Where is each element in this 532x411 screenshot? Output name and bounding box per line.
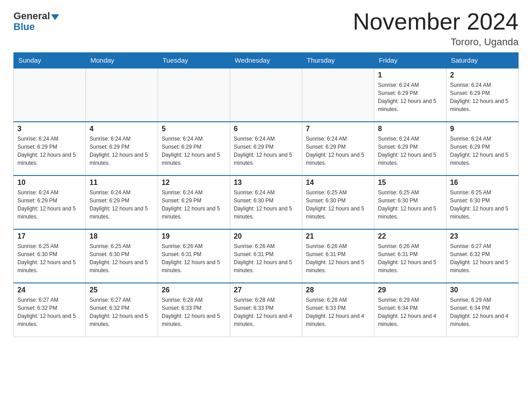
day-info: Sunrise: 6:26 AMSunset: 6:31 PMDaylight:… [378,242,442,274]
calendar-cell: 7Sunrise: 6:24 AMSunset: 6:29 PMDaylight… [302,122,374,176]
week-row-4: 17Sunrise: 6:25 AMSunset: 6:30 PMDayligh… [14,229,519,283]
day-info: Sunrise: 6:28 AMSunset: 6:33 PMDaylight:… [234,296,298,328]
day-number: 24 [17,286,82,294]
title-block: November 2024 Tororo, Uganda [353,9,519,48]
day-number: 11 [90,179,154,187]
calendar-cell: 19Sunrise: 6:26 AMSunset: 6:31 PMDayligh… [158,229,230,283]
day-number: 2 [450,71,515,79]
day-number: 3 [17,125,82,133]
day-info: Sunrise: 6:24 AMSunset: 6:29 PMDaylight:… [90,188,154,221]
day-info: Sunrise: 6:26 AMSunset: 6:31 PMDaylight:… [234,242,298,274]
day-number: 13 [234,179,298,187]
calendar-cell: 24Sunrise: 6:27 AMSunset: 6:32 PMDayligh… [14,283,86,337]
calendar-cell: 25Sunrise: 6:27 AMSunset: 6:32 PMDayligh… [86,283,158,337]
weekday-header-thursday: Thursday [302,53,374,68]
day-number: 14 [306,179,370,187]
day-info: Sunrise: 6:28 AMSunset: 6:33 PMDaylight:… [162,296,226,328]
calendar-cell: 29Sunrise: 6:29 AMSunset: 6:34 PMDayligh… [374,283,446,337]
day-info: Sunrise: 6:24 AMSunset: 6:29 PMDaylight:… [450,135,515,167]
logo-general: General [13,11,50,21]
calendar-cell: 13Sunrise: 6:24 AMSunset: 6:30 PMDayligh… [230,176,302,229]
location: Tororo, Uganda [353,36,519,48]
day-number: 19 [162,232,226,240]
day-number: 30 [450,286,515,294]
day-info: Sunrise: 6:26 AMSunset: 6:31 PMDaylight:… [306,242,370,274]
day-number: 1 [378,71,442,79]
day-info: Sunrise: 6:24 AMSunset: 6:29 PMDaylight:… [378,135,442,167]
calendar-cell: 11Sunrise: 6:24 AMSunset: 6:29 PMDayligh… [86,176,158,229]
day-info: Sunrise: 6:24 AMSunset: 6:29 PMDaylight:… [234,135,298,167]
calendar-cell: 30Sunrise: 6:29 AMSunset: 6:34 PMDayligh… [446,283,519,337]
day-number: 7 [306,125,370,133]
day-info: Sunrise: 6:25 AMSunset: 6:30 PMDaylight:… [90,242,154,274]
calendar-cell: 8Sunrise: 6:24 AMSunset: 6:29 PMDaylight… [374,122,446,176]
calendar-cell: 5Sunrise: 6:24 AMSunset: 6:29 PMDaylight… [158,122,230,176]
calendar-cell: 2Sunrise: 6:24 AMSunset: 6:29 PMDaylight… [446,68,519,122]
day-number: 28 [306,286,370,294]
day-number: 18 [90,232,154,240]
calendar-cell: 21Sunrise: 6:26 AMSunset: 6:31 PMDayligh… [302,229,374,283]
calendar-cell: 16Sunrise: 6:25 AMSunset: 6:30 PMDayligh… [446,176,519,229]
day-number: 8 [378,125,442,133]
day-info: Sunrise: 6:24 AMSunset: 6:29 PMDaylight:… [17,188,82,221]
day-info: Sunrise: 6:27 AMSunset: 6:32 PMDaylight:… [17,296,82,328]
calendar-cell: 17Sunrise: 6:25 AMSunset: 6:30 PMDayligh… [14,229,86,283]
logo-blue: Blue [13,21,35,32]
day-info: Sunrise: 6:25 AMSunset: 6:30 PMDaylight:… [378,188,442,221]
day-number: 10 [17,179,82,187]
day-number: 20 [234,232,298,240]
weekday-header-wednesday: Wednesday [230,53,302,68]
day-info: Sunrise: 6:27 AMSunset: 6:32 PMDaylight:… [90,296,154,328]
calendar-cell: 12Sunrise: 6:24 AMSunset: 6:29 PMDayligh… [158,176,230,229]
day-info: Sunrise: 6:24 AMSunset: 6:29 PMDaylight:… [90,135,154,167]
calendar-cell: 6Sunrise: 6:24 AMSunset: 6:29 PMDaylight… [230,122,302,176]
week-row-3: 10Sunrise: 6:24 AMSunset: 6:29 PMDayligh… [14,176,519,229]
calendar-cell: 22Sunrise: 6:26 AMSunset: 6:31 PMDayligh… [374,229,446,283]
weekday-header-tuesday: Tuesday [158,53,230,68]
calendar-table: SundayMondayTuesdayWednesdayThursdayFrid… [13,52,519,337]
calendar-cell: 28Sunrise: 6:28 AMSunset: 6:33 PMDayligh… [302,283,374,337]
day-number: 6 [234,125,298,133]
calendar-cell: 1Sunrise: 6:24 AMSunset: 6:29 PMDaylight… [374,68,446,122]
calendar-cell: 18Sunrise: 6:25 AMSunset: 6:30 PMDayligh… [86,229,158,283]
logo: General Blue [13,9,59,33]
day-info: Sunrise: 6:24 AMSunset: 6:29 PMDaylight:… [17,135,82,167]
day-info: Sunrise: 6:25 AMSunset: 6:30 PMDaylight:… [306,188,370,221]
day-info: Sunrise: 6:27 AMSunset: 6:32 PMDaylight:… [450,242,515,274]
day-number: 26 [162,286,226,294]
calendar-cell: 15Sunrise: 6:25 AMSunset: 6:30 PMDayligh… [374,176,446,229]
logo-triangle-icon [51,14,59,20]
calendar-cell: 26Sunrise: 6:28 AMSunset: 6:33 PMDayligh… [158,283,230,337]
day-info: Sunrise: 6:24 AMSunset: 6:30 PMDaylight:… [234,188,298,221]
calendar-cell: 4Sunrise: 6:24 AMSunset: 6:29 PMDaylight… [86,122,158,176]
calendar-cell: 23Sunrise: 6:27 AMSunset: 6:32 PMDayligh… [446,229,519,283]
calendar-cell [302,68,374,122]
day-number: 22 [378,232,442,240]
day-number: 29 [378,286,442,294]
page-header: General Blue November 2024 Tororo, Ugand… [13,9,519,48]
day-number: 21 [306,232,370,240]
day-number: 25 [90,286,154,294]
calendar-cell: 10Sunrise: 6:24 AMSunset: 6:29 PMDayligh… [14,176,86,229]
day-number: 15 [378,179,442,187]
weekday-header-friday: Friday [374,53,446,68]
calendar-cell: 14Sunrise: 6:25 AMSunset: 6:30 PMDayligh… [302,176,374,229]
day-info: Sunrise: 6:24 AMSunset: 6:29 PMDaylight:… [450,81,515,113]
day-number: 12 [162,179,226,187]
weekday-header-monday: Monday [86,53,158,68]
day-info: Sunrise: 6:25 AMSunset: 6:30 PMDaylight:… [17,242,82,274]
day-number: 27 [234,286,298,294]
calendar-cell [86,68,158,122]
month-title: November 2024 [353,9,519,34]
calendar-cell: 27Sunrise: 6:28 AMSunset: 6:33 PMDayligh… [230,283,302,337]
day-number: 9 [450,125,515,133]
calendar-header-row: SundayMondayTuesdayWednesdayThursdayFrid… [14,53,519,68]
day-info: Sunrise: 6:24 AMSunset: 6:29 PMDaylight:… [162,188,226,221]
calendar-cell: 20Sunrise: 6:26 AMSunset: 6:31 PMDayligh… [230,229,302,283]
day-number: 16 [450,179,515,187]
week-row-1: 1Sunrise: 6:24 AMSunset: 6:29 PMDaylight… [14,68,519,122]
calendar-cell [158,68,230,122]
day-info: Sunrise: 6:25 AMSunset: 6:30 PMDaylight:… [450,188,515,221]
day-info: Sunrise: 6:29 AMSunset: 6:34 PMDaylight:… [450,296,515,328]
week-row-2: 3Sunrise: 6:24 AMSunset: 6:29 PMDaylight… [14,122,519,176]
